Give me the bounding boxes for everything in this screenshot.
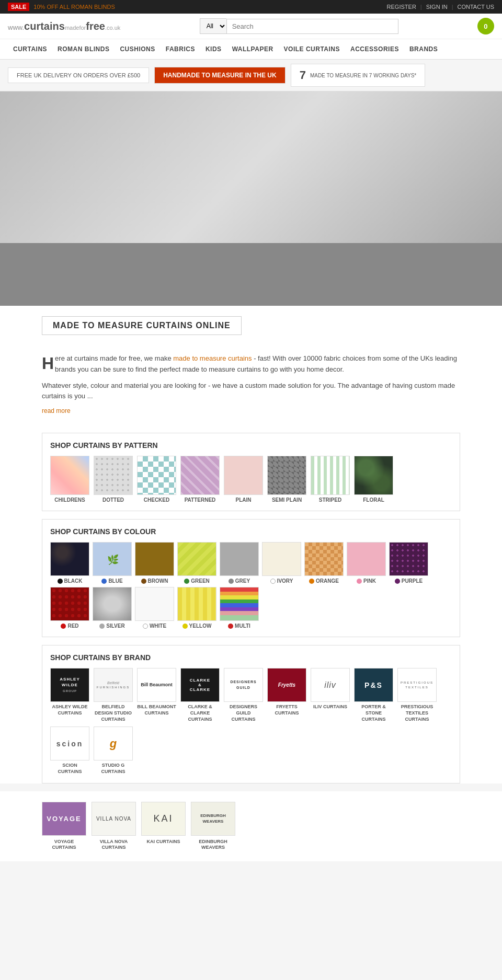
brand-bill-beaumont[interactable]: Bill Beaumont BILL BEAUMONT CURTAINS: [137, 668, 176, 716]
pattern-label-dotted: DOTTED: [102, 497, 124, 503]
made-to-measure-link[interactable]: made to measure curtains: [173, 354, 252, 362]
search-category-select[interactable]: All: [200, 18, 226, 34]
nav-item-roman-blinds[interactable]: ROMAN BLINDS: [52, 39, 115, 59]
pattern-checked[interactable]: CHECKED: [137, 456, 176, 503]
main-nav: CURTAINS ROMAN BLINDS CUSHIONS FABRICS K…: [0, 39, 502, 60]
colour-purple[interactable]: PURPLE: [389, 542, 428, 584]
shop-by-brand-title: SHOP CURTAINS BY BRAND: [50, 653, 452, 662]
colour-red[interactable]: RED: [50, 587, 89, 629]
designer-brand-edinburgh-weavers[interactable]: EDINBURGHWEAVERS EDINBURGH WEAVERS: [191, 802, 235, 851]
shop-by-colour-title: SHOP CURTAINS BY COLOUR: [50, 527, 452, 536]
brand-porter-stone[interactable]: P&S PORTER & STONE CURTAINS: [354, 668, 393, 722]
nav-item-wallpaper[interactable]: WALLPAPER: [227, 39, 279, 59]
colour-green[interactable]: GREEN: [177, 542, 216, 584]
colour-white[interactable]: WHITE: [135, 587, 174, 629]
pattern-plain[interactable]: PLAIN: [224, 456, 263, 503]
pattern-thumb-childrens: [50, 456, 89, 495]
colour-orange[interactable]: ORANGE: [304, 542, 344, 584]
colour-dot-ivory: [270, 579, 276, 584]
register-link[interactable]: REGISTER: [387, 4, 416, 10]
pattern-grid: CHILDRENS DOTTED CHECKED PATTERNED PLAIN: [50, 456, 452, 503]
search-input[interactable]: [226, 19, 398, 34]
colour-dot-yellow: [182, 624, 188, 629]
section-title-box: MADE TO MEASURE CURTAINS ONLINE: [42, 316, 242, 335]
designer-brand-thumb-villa-nova: VILLA NOVA: [92, 802, 136, 836]
nav-item-fabrics[interactable]: FABRICS: [161, 39, 200, 59]
nav-item-voile-curtains[interactable]: VOILE CURTAINS: [279, 39, 345, 59]
colour-black[interactable]: BLACK: [50, 542, 89, 584]
brand-prestigious[interactable]: prestigioustextiles PRESTIGIOUS TEXTILES…: [397, 668, 437, 722]
designer-brand-villa-nova[interactable]: VILLA NOVA VILLA NOVA CURTAINS: [92, 802, 136, 851]
designer-brand-thumb-voyage: VOYAGE: [42, 802, 86, 836]
shop-by-pattern-title: SHOP CURTAINS BY PATTERN: [50, 441, 452, 449]
brand-thumb-prestigious: prestigioustextiles: [397, 668, 437, 702]
brand-belfield[interactable]: Belfield FURNISHINGS BELFIELD DESIGN STU…: [94, 668, 133, 722]
nav-item-cushions[interactable]: CUSHIONS: [115, 39, 160, 59]
cart-icon[interactable]: 0: [477, 18, 494, 34]
colour-thumb-green: [177, 542, 216, 576]
intro-paragraph-1: Here at curtains made for free, we make …: [42, 353, 460, 375]
colour-pink[interactable]: PINK: [347, 542, 386, 584]
colour-dot-silver: [99, 624, 105, 629]
colour-dot-multi: [228, 624, 233, 629]
colour-dot-purple: [395, 579, 400, 584]
designer-brand-voyage[interactable]: VOYAGE VOYAGE CURTAINS: [42, 802, 86, 851]
colour-dot-white: [143, 624, 148, 629]
designer-brands-section: VOYAGE VOYAGE CURTAINS VILLA NOVA VILLA …: [0, 791, 502, 861]
pattern-patterned[interactable]: PATTERNED: [180, 456, 220, 503]
top-bar-left: SALE 10% OFF ALL ROMAN BLINDS: [8, 3, 115, 11]
brand-scion[interactable]: scion SCION CURTAINS: [50, 727, 89, 775]
brand-grid: ASHLEY WILDEGROUP ASHLEY WILDE CURTAINS …: [50, 668, 452, 775]
intro-paragraph-2: Whatever style, colour and material you …: [42, 381, 460, 402]
top-bar-right: REGISTER | SIGN IN | CONTACT US: [387, 4, 494, 10]
brand-designers-guild[interactable]: DESIGNERSGUILD DESIGNERS GUILD CURTAINS: [224, 668, 263, 722]
logo[interactable]: www.curtainsmadeforfree.co.uk: [8, 20, 120, 32]
colour-dot-green: [184, 579, 189, 584]
brand-thumb-fryetts: Fryetts: [267, 668, 306, 702]
contact-us-link[interactable]: CONTACT US: [458, 4, 495, 10]
colour-silver[interactable]: SILVER: [93, 587, 132, 629]
designer-brand-kai[interactable]: KAI KAI CURTAINS: [141, 802, 186, 851]
brand-studio-g[interactable]: g STUDIO G CURTAINS: [94, 727, 133, 775]
brand-fryetts[interactable]: Fryetts FRYETTS CURTAINS: [267, 668, 306, 716]
nav-item-accessories[interactable]: ACCESSORIES: [345, 39, 404, 59]
pattern-striped[interactable]: STRIPED: [311, 456, 350, 503]
colour-brown[interactable]: BROWN: [135, 542, 174, 584]
colour-thumb-blue: 🌿: [93, 542, 132, 576]
colour-grid: BLACK 🌿 BLUE BROWN GREEN GREY: [50, 542, 452, 629]
nav-item-brands[interactable]: BRANDS: [404, 39, 443, 59]
pattern-thumb-semi-plain: [267, 456, 306, 495]
colour-grey[interactable]: GREY: [220, 542, 259, 584]
nav-item-kids[interactable]: KIDS: [200, 39, 227, 59]
colour-dot-red: [61, 624, 66, 629]
pattern-label-striped: STRIPED: [319, 497, 341, 503]
colour-thumb-pink: [347, 542, 386, 576]
pattern-semi-plain[interactable]: SEMI PLAIN: [267, 456, 306, 503]
sign-in-link[interactable]: SIGN IN: [426, 4, 448, 10]
colour-blue[interactable]: 🌿 BLUE: [93, 542, 132, 584]
colour-multi[interactable]: MULTI: [220, 587, 259, 629]
brand-iliv[interactable]: iliv ILIV CURTAINS: [311, 668, 350, 710]
nav-item-curtains[interactable]: CURTAINS: [8, 39, 52, 59]
brand-clarke-clarke[interactable]: CLARKE&CLARKE CLARKE & CLARKE CURTAINS: [180, 668, 220, 722]
brand-ashley-wilde[interactable]: ASHLEY WILDEGROUP ASHLEY WILDE CURTAINS: [50, 668, 89, 716]
sale-badge: SALE: [8, 3, 29, 11]
shop-by-colour-section: SHOP CURTAINS BY COLOUR BLACK 🌿 BLUE BRO…: [42, 519, 460, 637]
info-bar: FREE UK DELIVERY ON ORDERS OVER £500 HAN…: [0, 60, 502, 91]
main-content: MADE TO MEASURE CURTAINS ONLINE Here at …: [0, 243, 502, 783]
free-delivery-info: FREE UK DELIVERY ON ORDERS OVER £500: [8, 67, 149, 83]
colour-yellow[interactable]: YELLOW: [177, 587, 216, 629]
pattern-thumb-checked: [137, 456, 176, 495]
colour-dot-grey: [229, 579, 234, 584]
read-more-link[interactable]: read more: [42, 407, 71, 414]
pattern-label-childrens: CHILDRENS: [54, 497, 85, 503]
pattern-label-plain: PLAIN: [236, 497, 252, 503]
colour-ivory[interactable]: IVORY: [262, 542, 301, 584]
pattern-floral[interactable]: FLORAL: [354, 456, 393, 503]
pattern-childrens[interactable]: CHILDRENS: [50, 456, 89, 503]
pattern-dotted[interactable]: DOTTED: [94, 456, 133, 503]
colour-dot-brown: [141, 579, 146, 584]
pattern-thumb-floral: [354, 456, 393, 495]
pattern-thumb-plain: [224, 456, 263, 495]
pattern-thumb-patterned: [180, 456, 220, 495]
